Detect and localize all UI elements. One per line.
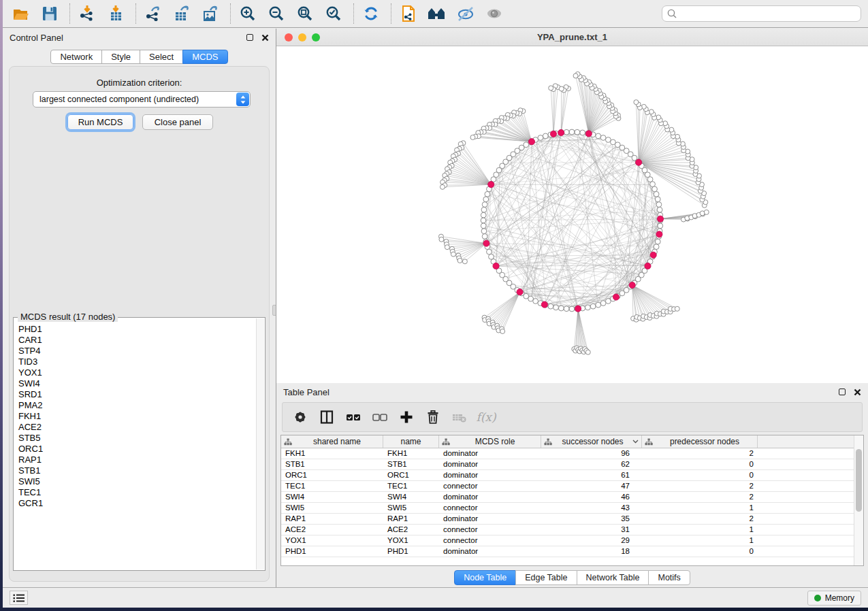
table-cell: 1 <box>642 525 758 535</box>
network-canvas[interactable] <box>276 46 868 382</box>
mcds-result-item[interactable]: SRD1 <box>18 389 256 400</box>
mcds-result-item[interactable]: PHD1 <box>18 324 256 335</box>
zoom-in-icon <box>239 5 257 22</box>
delete-column-button[interactable] <box>423 408 443 427</box>
mcds-result-item[interactable]: STP4 <box>18 346 256 357</box>
table-cell: STB1 <box>281 459 383 469</box>
import-network-icon <box>78 5 96 22</box>
column-header-successor-nodes[interactable]: successor nodes <box>541 435 642 448</box>
export-image-button[interactable] <box>200 3 221 24</box>
zoom-selected-button[interactable] <box>323 3 344 24</box>
close-panel-button[interactable]: Close panel <box>142 114 213 130</box>
import-network-button[interactable] <box>77 3 97 24</box>
open-file-button[interactable] <box>11 3 31 24</box>
mcds-result-item[interactable]: SWI4 <box>18 378 256 389</box>
mcds-result-item[interactable]: ACE2 <box>18 422 256 433</box>
node-table-body: FKH1FKH1dominator962STB1STB1dominator620… <box>281 448 863 557</box>
mcds-result-item[interactable]: SWI5 <box>18 476 256 487</box>
mcds-result-item[interactable]: TID3 <box>18 357 256 367</box>
mcds-result-item[interactable]: STB1 <box>18 465 256 476</box>
network-window-titlebar: YPA_prune.txt_1 <box>276 29 868 46</box>
table-cell: SWI4 <box>383 492 439 502</box>
mcds-result-list[interactable]: PHD1CAR1STP4TID3YOX1SWI4SRD1PMA2FKH1ACE2… <box>14 320 256 569</box>
table-cell: connector <box>439 503 541 513</box>
tab-node-table[interactable]: Node Table <box>454 570 516 585</box>
select-all-button[interactable] <box>344 408 363 427</box>
mcds-result-item[interactable]: GCR1 <box>18 498 256 509</box>
tab-network-table[interactable]: Network Table <box>577 570 649 585</box>
zoom-fit-button[interactable] <box>295 3 315 24</box>
close-table-panel-icon[interactable] <box>854 389 861 396</box>
network-graph[interactable] <box>276 46 868 382</box>
gear-icon <box>292 409 308 425</box>
mcds-result-item[interactable]: CAR1 <box>18 335 256 346</box>
float-table-panel-icon[interactable] <box>839 389 846 395</box>
table-row[interactable]: TEC1TEC1connector472 <box>281 481 863 492</box>
tab-motifs[interactable]: Motifs <box>648 570 690 585</box>
table-cell: dominator <box>439 448 541 459</box>
table-row[interactable]: SWI4SWI4dominator462 <box>281 492 863 503</box>
mcds-result-item[interactable]: STB5 <box>18 433 256 444</box>
mcds-result-item[interactable]: YOX1 <box>18 367 256 378</box>
table-settings-button[interactable] <box>291 408 310 427</box>
mcds-list-scrollbar[interactable] <box>256 318 264 569</box>
mcds-result-item[interactable]: ORC1 <box>18 444 256 455</box>
delete-table-icon <box>451 409 468 425</box>
mcds-result-item[interactable]: RAP1 <box>18 455 256 465</box>
function-builder-button: f(x) <box>477 408 496 427</box>
table-row[interactable]: RAP1RAP1dominator352 <box>281 514 863 525</box>
table-row[interactable]: ORC1ORC1dominator610 <box>281 470 863 481</box>
network-document-button[interactable] <box>398 3 419 24</box>
column-header-name[interactable]: name <box>383 435 439 448</box>
table-cell: dominator <box>439 546 541 557</box>
binoculars-icon <box>427 5 447 22</box>
export-table-button[interactable] <box>172 3 192 24</box>
table-cell: 1 <box>642 535 758 546</box>
save-session-button[interactable] <box>39 3 60 24</box>
tab-edge-table[interactable]: Edge Table <box>515 570 577 585</box>
table-cell: ACE2 <box>383 525 439 535</box>
table-cell: 2 <box>642 448 758 459</box>
tab-style[interactable]: Style <box>101 50 140 64</box>
float-panel-icon[interactable] <box>246 34 253 41</box>
mcds-result-item[interactable]: TEC1 <box>18 487 256 498</box>
mcds-result-item[interactable]: PMA2 <box>18 400 256 411</box>
tab-select[interactable]: Select <box>140 50 183 64</box>
column-header-predecessor-nodes[interactable]: predecessor nodes <box>642 435 758 448</box>
tab-mcds[interactable]: MCDS <box>182 50 227 64</box>
import-table-button[interactable] <box>106 3 126 24</box>
table-row[interactable]: YOX1YOX1connector291 <box>281 535 863 546</box>
column-header-shared-name[interactable]: shared name <box>281 435 383 448</box>
export-network-button[interactable] <box>143 3 163 24</box>
table-row[interactable]: FKH1FKH1dominator962 <box>281 448 863 459</box>
table-scrollbar[interactable] <box>854 435 863 565</box>
table-row[interactable]: ACE2ACE2connector311 <box>281 525 863 535</box>
zoom-in-button[interactable] <box>238 3 258 24</box>
table-cell: 29 <box>541 535 642 546</box>
table-scrollbar-thumb[interactable] <box>856 449 862 512</box>
hide-selected-button[interactable] <box>455 3 476 24</box>
sort-chevron-icon[interactable] <box>632 440 639 444</box>
mcds-result-item[interactable]: FKH1 <box>18 411 256 422</box>
cytoscape-window: Control Panel Network Style Select MCDS … <box>3 0 868 608</box>
zoom-out-button[interactable] <box>266 3 287 24</box>
table-cell: connector <box>439 525 541 535</box>
close-panel-icon[interactable] <box>261 34 269 42</box>
task-history-button[interactable] <box>10 591 28 605</box>
show-all-button[interactable] <box>484 3 504 24</box>
task-list-icon <box>13 593 25 603</box>
run-mcds-button[interactable]: Run MCDS <box>67 114 133 130</box>
refresh-layout-button[interactable] <box>361 3 381 24</box>
memory-button[interactable]: Memory <box>807 591 861 606</box>
search-input[interactable] <box>677 9 856 18</box>
column-layout-button[interactable] <box>317 408 336 427</box>
tab-network[interactable]: Network <box>50 50 102 64</box>
optimization-dropdown[interactable]: largest connected component (undirected) <box>33 91 251 108</box>
first-neighbors-button[interactable] <box>427 3 447 24</box>
table-row[interactable]: STB1STB1dominator620 <box>281 459 863 470</box>
table-row[interactable]: PHD1PHD1dominator180 <box>281 546 863 557</box>
table-row[interactable]: SWI5SWI5connector431 <box>281 503 863 514</box>
column-header-MCDS-role[interactable]: MCDS role <box>439 435 541 448</box>
add-column-button[interactable] <box>397 408 416 427</box>
deselect-all-button[interactable] <box>370 408 389 427</box>
